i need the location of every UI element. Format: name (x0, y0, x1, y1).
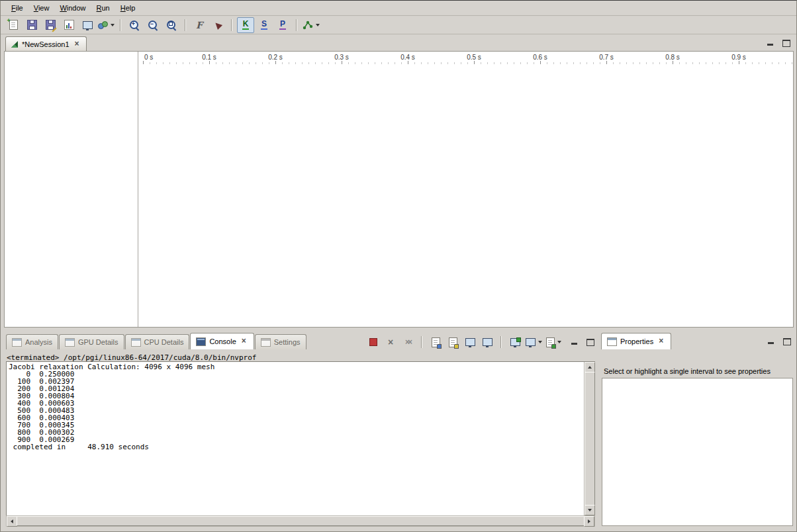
run-analysis-dropdown[interactable] (302, 17, 320, 33)
run-configurations-dropdown[interactable] (97, 17, 115, 33)
session-tab-label: *NewSession1 (22, 40, 70, 48)
zoom-out-button[interactable] (144, 17, 162, 33)
properties-message: Select or highlight a single interval to… (604, 367, 790, 375)
zoom-fit-icon (166, 20, 177, 30)
remove-all-launches-button[interactable] (400, 335, 415, 349)
close-tab-icon[interactable] (74, 40, 81, 48)
console-tab-icon (196, 337, 206, 346)
scroll-up-button[interactable] (585, 362, 595, 373)
toolbar-separator (185, 19, 186, 31)
save-button[interactable] (23, 17, 40, 33)
kernel-mode-button[interactable]: K (237, 17, 254, 33)
tab-label: Properties (620, 337, 653, 345)
gpu-details-tab-icon (65, 338, 75, 347)
ruler-tick-label: 0.1 s (202, 54, 216, 61)
console-output[interactable]: Jacobi relaxation Calculation: 4096 x 40… (6, 361, 595, 516)
chevron-down-icon (111, 24, 115, 26)
console-line: 800 0.000302 (9, 429, 583, 436)
display-selected-console-dropdown[interactable] (525, 335, 543, 349)
editor-panel: *NewSession1 0 s0.1 s0.2 s0.3 s0.4 s0.5 … (4, 36, 794, 329)
console-horizontal-scrollbar[interactable] (6, 515, 595, 527)
app-window: FileViewWindowRunHelp (0, 0, 797, 532)
ruler-tick-label: 0.3 s (334, 54, 349, 61)
tab-analysis[interactable]: Analysis (6, 334, 58, 349)
scroll-right-button[interactable] (584, 516, 594, 527)
clear-console-button[interactable] (428, 335, 443, 349)
timeline-ruler: 0 s0.1 s0.2 s0.3 s0.4 s0.5 s0.6 s0.7 s0.… (138, 52, 793, 65)
timeline-area: 0 s0.1 s0.2 s0.3 s0.4 s0.5 s0.6 s0.7 s0.… (138, 52, 793, 327)
export-report-button[interactable] (79, 17, 96, 33)
tab-properties[interactable]: Properties (601, 333, 671, 349)
stream-mode-button[interactable]: S (256, 17, 273, 33)
menu-file[interactable]: File (6, 2, 28, 14)
ruler-tick-label: 0.6 s (533, 54, 547, 61)
process-mode-icon: P (279, 20, 286, 30)
maximize-console-button[interactable] (586, 339, 594, 345)
console-text[interactable]: Jacobi relaxation Calculation: 4096 x 40… (9, 363, 583, 514)
tab-label: Settings (274, 338, 301, 346)
open-console-dropdown[interactable] (545, 335, 562, 349)
zoom-in-button[interactable] (126, 17, 143, 33)
pin-console-button[interactable] (508, 335, 522, 349)
scroll-down-button[interactable] (585, 505, 595, 515)
zoom-fit-button[interactable] (163, 17, 180, 33)
minimize-editor-button[interactable] (767, 40, 774, 46)
new-session-button[interactable] (5, 17, 22, 33)
properties-tab-row: Properties (599, 333, 672, 349)
tab-gpu-details[interactable]: GPU Details (59, 334, 124, 349)
clear-console-icon (432, 337, 440, 347)
maximize-properties-button[interactable] (783, 338, 791, 345)
toolbar-separator (231, 19, 232, 31)
session-icon (11, 40, 19, 48)
filter-button[interactable]: F (191, 17, 208, 33)
tab-console[interactable]: Console (190, 333, 254, 349)
arrow-up-left-icon (213, 20, 222, 29)
remove-launch-icon (388, 338, 393, 347)
process-mode-button[interactable]: P (274, 17, 291, 33)
properties-view: Properties Select or highlight a single … (599, 333, 794, 527)
tab-label: CPU Details (144, 338, 184, 346)
scroll-lock-button[interactable] (445, 335, 460, 349)
show-stdout-button[interactable] (463, 335, 477, 349)
filter-icon: F (196, 21, 203, 30)
tab-label: GPU Details (78, 338, 118, 346)
tab-cpu-details[interactable]: CPU Details (125, 334, 190, 349)
console-line: Jacobi relaxation Calculation: 4096 x 40… (9, 363, 583, 371)
properties-content[interactable] (602, 378, 793, 526)
tab-session[interactable]: *NewSession1 (5, 36, 87, 52)
terminate-button[interactable] (366, 335, 381, 349)
scrollbar-thumb[interactable] (17, 516, 585, 526)
timeline-tree-pane[interactable] (5, 52, 138, 327)
close-tab-icon[interactable] (241, 337, 248, 345)
show-stderr-button[interactable] (480, 335, 494, 349)
maximize-editor-button[interactable] (782, 40, 790, 46)
save-as-button[interactable] (42, 17, 59, 33)
scroll-left-button[interactable] (7, 516, 17, 527)
console-vertical-scrollbar[interactable] (584, 362, 594, 515)
timeline-chart-button[interactable] (60, 17, 77, 33)
console-line: 200 0.001204 (9, 385, 583, 392)
ruler-tick-label: 0.2 s (268, 54, 283, 61)
menu-view[interactable]: View (28, 2, 55, 14)
menu-help[interactable]: Help (115, 2, 141, 14)
zoom-out-icon (148, 20, 158, 30)
ruler-tick-label: 0.5 s (467, 54, 481, 61)
console-toolbar (365, 335, 594, 349)
properties-tab-icon (607, 337, 617, 346)
close-tab-icon[interactable] (658, 337, 665, 345)
menu-run[interactable]: Run (91, 2, 115, 14)
remove-launch-button[interactable] (383, 335, 398, 349)
minimize-properties-button[interactable] (767, 338, 775, 345)
save-icon (27, 20, 37, 30)
remove-all-launches-icon (405, 338, 410, 346)
timeline-canvas[interactable] (138, 64, 793, 327)
menubar: FileViewWindowRunHelp (1, 1, 796, 16)
scrollbar-thumb[interactable] (585, 372, 595, 506)
display-selected-console-icon (526, 338, 536, 346)
reset-view-button[interactable] (209, 17, 226, 33)
tab-label: Console (209, 337, 236, 345)
tab-settings[interactable]: Settings (255, 334, 306, 349)
menu-window[interactable]: Window (54, 2, 91, 14)
console-line: 700 0.000345 (9, 421, 583, 429)
minimize-console-button[interactable] (571, 339, 579, 345)
